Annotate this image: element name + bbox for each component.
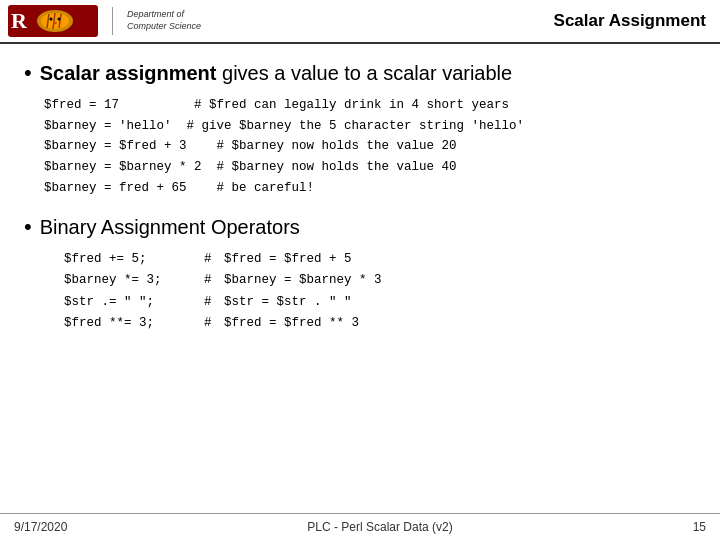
header: R Department of Computer Science Scalar … bbox=[0, 0, 720, 44]
footer-date: 9/17/2020 bbox=[14, 520, 67, 534]
bullet-heading-2: • Binary Assignment Operators bbox=[24, 216, 696, 239]
footer-center: PLC - Perl Scalar Data (v2) bbox=[307, 520, 452, 534]
slide-title: Scalar Assignment bbox=[554, 11, 706, 31]
main-content: • Scalar assignment gives a value to a s… bbox=[0, 44, 720, 358]
svg-point-7 bbox=[58, 18, 61, 21]
code2-right-2: $str = $str . " " bbox=[224, 292, 696, 313]
bold-text: Scalar assignment bbox=[40, 62, 217, 84]
bullet-text-2: Binary Assignment Operators bbox=[40, 216, 300, 239]
code2-hash-1: # bbox=[204, 270, 224, 291]
bullet-dot-2: • bbox=[24, 216, 32, 238]
logo-area: R Department of Computer Science bbox=[8, 5, 201, 37]
bullet-text-1: Scalar assignment gives a value to a sca… bbox=[40, 62, 512, 85]
svg-point-8 bbox=[53, 22, 57, 24]
code-line-1: $fred = 17 # $fred can legally drink in … bbox=[44, 95, 696, 116]
dept-text: Department of Computer Science bbox=[127, 9, 201, 32]
code2-right-0: $fred = $fred + 5 bbox=[224, 249, 696, 270]
code2-left-1: $barney *= 3; bbox=[64, 270, 204, 291]
code2-left-2: $str .= " "; bbox=[64, 292, 204, 313]
university-logo: R bbox=[8, 5, 98, 37]
code2-right-3: $fred = $fred ** 3 bbox=[224, 313, 696, 334]
footer-page: 15 bbox=[693, 520, 706, 534]
regular-text: gives a value to a scalar variable bbox=[216, 62, 512, 84]
code-block-2: $fred += 5; # $fred = $fred + 5 $barney … bbox=[64, 249, 696, 334]
code2-hash-3: # bbox=[204, 313, 224, 334]
code-line-3: $barney = $fred + 3 # $barney now holds … bbox=[44, 136, 696, 157]
svg-text:R: R bbox=[11, 8, 28, 33]
bullet-dot-1: • bbox=[24, 62, 32, 84]
code2-right-1: $barney = $barney * 3 bbox=[224, 270, 696, 291]
code2-left-3: $fred **= 3; bbox=[64, 313, 204, 334]
code-line-4: $barney = $barney * 2 # $barney now hold… bbox=[44, 157, 696, 178]
footer: 9/17/2020 PLC - Perl Scalar Data (v2) 15 bbox=[0, 513, 720, 540]
header-divider bbox=[112, 7, 113, 35]
svg-point-6 bbox=[50, 18, 53, 21]
code2-hash-2: # bbox=[204, 292, 224, 313]
code-block-1: $fred = 17 # $fred can legally drink in … bbox=[44, 95, 696, 198]
code-line-2: $barney = 'hello' # give $barney the 5 c… bbox=[44, 116, 696, 137]
bullet-heading-1: • Scalar assignment gives a value to a s… bbox=[24, 62, 696, 85]
bullet-section-2: • Binary Assignment Operators $fred += 5… bbox=[24, 216, 696, 334]
code-line-5: $barney = fred + 65 # be careful! bbox=[44, 178, 696, 199]
code2-hash-0: # bbox=[204, 249, 224, 270]
bullet-section-1: • Scalar assignment gives a value to a s… bbox=[24, 62, 696, 198]
code2-left-0: $fred += 5; bbox=[64, 249, 204, 270]
